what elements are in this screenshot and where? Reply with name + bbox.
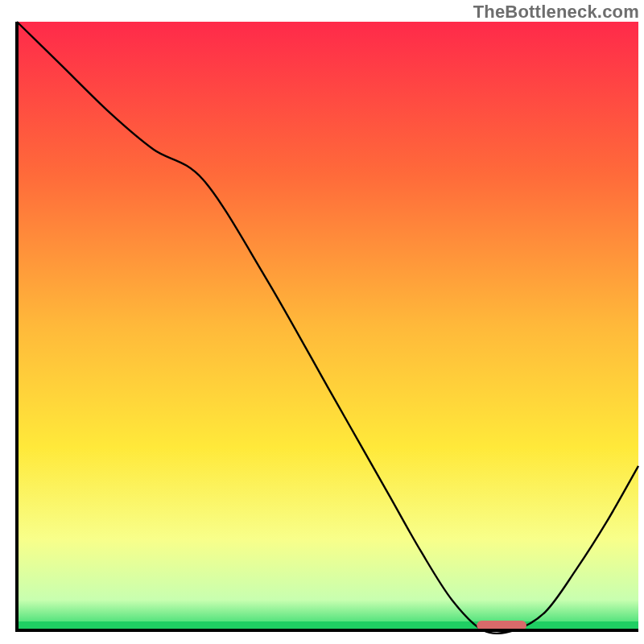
chart-container: TheBottleneck.com — [0, 0, 644, 644]
bottleneck-chart — [0, 0, 644, 644]
